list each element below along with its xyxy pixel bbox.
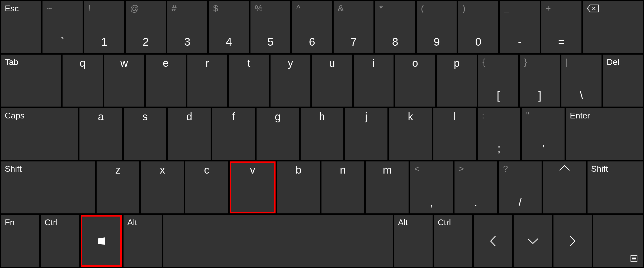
key-upper: ? bbox=[503, 164, 508, 174]
key-lower: - bbox=[518, 36, 522, 48]
right-bracket-key[interactable]: } ] bbox=[520, 55, 560, 107]
e-key[interactable]: e bbox=[146, 55, 186, 107]
backtick-key[interactable]: ~ ` bbox=[42, 1, 82, 53]
quote-key[interactable]: " ' bbox=[522, 108, 565, 160]
key-upper: ~ bbox=[47, 3, 52, 13]
chevron-left-icon bbox=[489, 234, 497, 248]
j-key[interactable]: j bbox=[345, 108, 388, 160]
key-lower: 8 bbox=[392, 36, 398, 48]
c-key[interactable]: c bbox=[185, 161, 228, 213]
key-upper: * bbox=[379, 3, 383, 13]
g-key[interactable]: g bbox=[257, 108, 299, 160]
w-key[interactable]: w bbox=[104, 55, 144, 107]
y-key[interactable]: y bbox=[271, 55, 310, 107]
space-key[interactable] bbox=[163, 215, 393, 267]
one-key[interactable]: ! 1 bbox=[84, 1, 124, 53]
key-label: d bbox=[186, 111, 192, 123]
key-upper: & bbox=[338, 3, 344, 13]
ctrl-left-key[interactable]: Ctrl bbox=[41, 215, 79, 267]
key-label: y bbox=[288, 57, 293, 69]
six-key[interactable]: ^ 6 bbox=[292, 1, 332, 53]
alt-right-key[interactable]: Alt bbox=[394, 215, 433, 267]
key-upper: ! bbox=[88, 3, 91, 13]
shift-left-key[interactable]: Shift bbox=[1, 161, 95, 213]
ctrl-right-key[interactable]: Ctrl bbox=[434, 215, 472, 267]
five-key[interactable]: % 5 bbox=[250, 1, 290, 53]
f-key[interactable]: f bbox=[212, 108, 255, 160]
three-key[interactable]: # 3 bbox=[167, 1, 207, 53]
key-upper: @ bbox=[130, 3, 139, 13]
key-label: Ctrl bbox=[438, 218, 451, 227]
semicolon-key[interactable]: : ; bbox=[478, 108, 520, 160]
seven-key[interactable]: & 7 bbox=[334, 1, 373, 53]
key-label: n bbox=[340, 164, 346, 176]
left-bracket-key[interactable]: { [ bbox=[478, 55, 518, 107]
key-label: Shift bbox=[5, 164, 22, 174]
alt-left-key[interactable]: Alt bbox=[124, 215, 162, 267]
key-upper: { bbox=[482, 57, 485, 67]
b-key[interactable]: b bbox=[277, 161, 320, 213]
up-arrow-key[interactable] bbox=[543, 161, 586, 213]
win-key[interactable] bbox=[81, 215, 122, 267]
equals-key[interactable]: + = bbox=[541, 1, 581, 53]
key-lower: [ bbox=[497, 89, 500, 102]
esc-key[interactable]: Esc bbox=[1, 1, 41, 53]
tab-key[interactable]: Tab bbox=[1, 55, 61, 107]
q-key[interactable]: q bbox=[63, 55, 102, 107]
minus-key[interactable]: _ - bbox=[500, 1, 540, 53]
comma-key[interactable]: < , bbox=[410, 161, 453, 213]
u-key[interactable]: u bbox=[312, 55, 352, 107]
x-key[interactable]: x bbox=[141, 161, 184, 213]
key-label: k bbox=[408, 111, 413, 123]
key-lower: 2 bbox=[143, 36, 149, 48]
z-key[interactable]: z bbox=[97, 161, 139, 213]
chevron-down-icon bbox=[526, 237, 539, 245]
key-lower: 1 bbox=[101, 36, 107, 48]
keyboard-row-4: Shift z x c v b n m < , > . ? / Shift bbox=[1, 161, 643, 213]
h-key[interactable]: h bbox=[301, 108, 343, 160]
zero-key[interactable]: ) 0 bbox=[458, 1, 498, 53]
menu-key[interactable] bbox=[593, 215, 643, 267]
t-key[interactable]: t bbox=[229, 55, 269, 107]
eight-key[interactable]: * 8 bbox=[375, 1, 415, 53]
key-lower: 6 bbox=[309, 36, 315, 48]
fn-key[interactable]: Fn bbox=[1, 215, 39, 267]
key-upper: " bbox=[526, 110, 529, 121]
key-upper: _ bbox=[504, 3, 509, 13]
backspace-key[interactable] bbox=[583, 1, 643, 53]
key-lower: , bbox=[430, 196, 433, 209]
slash-key[interactable]: ? / bbox=[499, 161, 542, 213]
caps-key[interactable]: Caps bbox=[1, 108, 78, 160]
r-key[interactable]: r bbox=[187, 55, 227, 107]
period-key[interactable]: > . bbox=[454, 161, 497, 213]
keyboard-row-2: Tab q w e r t y u i o p { [ } ] | \ Del bbox=[1, 55, 643, 107]
shift-right-key[interactable]: Shift bbox=[588, 161, 643, 213]
key-label: q bbox=[80, 57, 86, 69]
key-label: Shift bbox=[591, 164, 608, 174]
key-label: r bbox=[206, 57, 209, 69]
key-label: Del bbox=[607, 57, 619, 67]
four-key[interactable]: $ 4 bbox=[209, 1, 249, 53]
key-lower: 4 bbox=[226, 36, 232, 48]
key-lower: = bbox=[558, 36, 565, 48]
n-key[interactable]: n bbox=[321, 161, 364, 213]
left-arrow-key[interactable] bbox=[474, 215, 512, 267]
m-key[interactable]: m bbox=[366, 161, 409, 213]
key-label: i bbox=[372, 57, 375, 69]
o-key[interactable]: o bbox=[395, 55, 435, 107]
l-key[interactable]: l bbox=[433, 108, 476, 160]
k-key[interactable]: k bbox=[389, 108, 432, 160]
i-key[interactable]: i bbox=[354, 55, 394, 107]
d-key[interactable]: d bbox=[168, 108, 211, 160]
nine-key[interactable]: ( 9 bbox=[417, 1, 457, 53]
s-key[interactable]: s bbox=[124, 108, 167, 160]
down-arrow-key[interactable] bbox=[514, 215, 552, 267]
p-key[interactable]: p bbox=[437, 55, 477, 107]
backslash-key[interactable]: | \ bbox=[561, 55, 601, 107]
right-arrow-key[interactable] bbox=[553, 215, 592, 267]
enter-key[interactable]: Enter bbox=[566, 108, 643, 160]
two-key[interactable]: @ 2 bbox=[126, 1, 165, 53]
v-key[interactable]: v bbox=[230, 161, 276, 213]
a-key[interactable]: a bbox=[79, 108, 122, 160]
del-key[interactable]: Del bbox=[603, 55, 643, 107]
